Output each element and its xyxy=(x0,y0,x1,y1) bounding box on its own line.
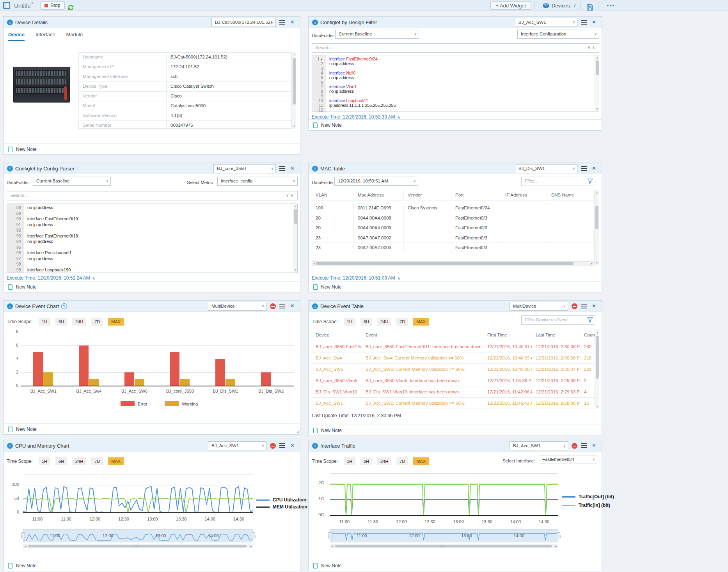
close-icon[interactable]: ✕ xyxy=(290,165,295,171)
device-selector-dropdown[interactable]: BJ_Acc_SW1∨ xyxy=(208,441,266,450)
config-code-viewer[interactable]: ▲▼1▼interface FastEthernet0/242 no ip ad… xyxy=(312,55,599,112)
info-icon[interactable]: i xyxy=(7,19,13,25)
filter-input[interactable]: Filter... xyxy=(521,177,595,186)
column-header[interactable]: IP Address xyxy=(501,190,547,200)
device-selector-dropdown[interactable]: BJ_Dis_SW1∨ xyxy=(515,164,577,173)
new-note-button[interactable]: New Note xyxy=(16,284,37,290)
time-scope-6h[interactable]: 6H xyxy=(55,318,67,326)
collapse-caret-icon[interactable]: ∧ xyxy=(397,115,400,119)
code-scrollbar[interactable]: ▲▼ xyxy=(293,204,297,273)
edit-pencil-icon[interactable]: ✎ xyxy=(61,303,67,309)
table-scrollbar[interactable]: ▲▼ xyxy=(291,52,296,129)
select-metric-dropdown[interactable]: interface_config∨ xyxy=(217,177,298,186)
widget-menu-icon[interactable] xyxy=(279,20,285,25)
save-icon[interactable] xyxy=(586,2,593,13)
table-hscrollbar[interactable]: ◀▶ xyxy=(312,261,594,266)
select-interface-dropdown[interactable]: FastEthernet0/4∨ xyxy=(539,455,597,464)
widget-menu-icon[interactable] xyxy=(581,20,587,25)
device-selector-dropdown[interactable]: MultiDevice∨ xyxy=(510,302,568,311)
time-scope-max[interactable]: MAX xyxy=(413,318,429,326)
time-scope-7d[interactable]: 7D xyxy=(396,318,408,326)
time-scope-1h[interactable]: 1H xyxy=(39,318,50,326)
info-icon[interactable]: i xyxy=(312,443,318,449)
brush-handle-left[interactable]: ❘❘ xyxy=(21,532,25,539)
code-scrollbar[interactable]: ▲▼ xyxy=(595,55,599,112)
new-note-button[interactable]: New Note xyxy=(16,147,37,152)
device-selector-dropdown[interactable]: BJ-Cat-5000(172.24.101.52)∨ xyxy=(211,18,276,27)
device-selector-dropdown[interactable]: BJ_core_3550∨ xyxy=(213,164,276,173)
time-scope-7d[interactable]: 7D xyxy=(91,318,103,326)
brush-handle-left[interactable]: ❘❘ xyxy=(328,532,332,539)
new-note-button[interactable]: New Note xyxy=(321,122,342,128)
new-note-button[interactable]: New Note xyxy=(16,427,37,432)
column-header[interactable]: Count xyxy=(580,330,595,341)
collapse-caret-icon[interactable]: ∧ xyxy=(397,276,400,280)
stop-monitor-icon[interactable] xyxy=(572,443,577,449)
new-note-button[interactable]: New Note xyxy=(321,284,342,290)
device-selector-dropdown[interactable]: MultiDevice∨ xyxy=(208,302,266,311)
tab-interface[interactable]: Interface xyxy=(36,32,55,41)
table-row[interactable]: 2300A7.00A7.0003FastEthernet0/3 xyxy=(312,243,594,253)
close-icon[interactable]: ✕ xyxy=(592,303,596,309)
time-scope-1h[interactable]: 1H xyxy=(344,318,355,326)
stop-button[interactable]: Stop xyxy=(40,1,65,10)
config-code-viewer[interactable]: ▲▼88 no ip address8990interface FastEthe… xyxy=(7,204,298,273)
column-header[interactable]: DNS Name xyxy=(547,190,593,200)
widget-menu-icon[interactable] xyxy=(279,304,285,308)
time-scope-24h[interactable]: 24H xyxy=(72,457,86,465)
datafolder-dropdown[interactable]: 12/20/2016, 10:50:51 AM∨ xyxy=(334,177,418,186)
stop-monitor-icon[interactable] xyxy=(270,443,276,449)
filter-funnel-icon[interactable] xyxy=(587,179,593,186)
time-scope-max[interactable]: MAX xyxy=(413,457,429,465)
time-scope-6h[interactable]: 6H xyxy=(360,318,372,326)
config-filter-dropdown[interactable]: Interface Configuration∨ xyxy=(517,30,599,39)
stop-monitor-icon[interactable] xyxy=(270,303,276,309)
widget-menu-icon[interactable] xyxy=(581,443,587,448)
search-input[interactable]: Search... ∨∧ xyxy=(312,43,599,53)
column-header[interactable]: First Time xyxy=(483,330,532,341)
time-scope-24h[interactable]: 24H xyxy=(72,318,86,326)
widget-menu-icon[interactable] xyxy=(279,443,285,448)
time-scope-6h[interactable]: 6H xyxy=(360,457,372,465)
close-icon[interactable]: ✕ xyxy=(592,19,596,25)
time-scope-7d[interactable]: 7D xyxy=(91,457,103,465)
tab-device[interactable]: Device xyxy=(8,32,25,41)
column-header[interactable]: Last Time xyxy=(532,330,580,341)
resize-handle[interactable]: ◢ xyxy=(296,429,299,434)
stop-monitor-icon[interactable] xyxy=(572,303,577,309)
time-scope-1h[interactable]: 1H xyxy=(39,457,50,465)
more-menu-button[interactable]: ••• xyxy=(607,0,615,11)
collapse-toggle-icon[interactable]: ▼ xyxy=(320,58,323,61)
column-header[interactable]: Mac Address xyxy=(354,190,404,200)
column-header[interactable]: Device xyxy=(312,330,362,341)
event-row[interactable]: BJ_Acc_SW6BJ_Acc_SW6: Current Memory uti… xyxy=(312,364,595,375)
new-note-button[interactable]: New Note xyxy=(321,428,342,433)
event-row[interactable]: BJ_Dis_SW1.Vlan10BJ_Dis_SW1.Vlan10: Inte… xyxy=(312,386,595,398)
new-note-button[interactable]: New Note xyxy=(321,563,342,568)
collapse-caret-icon[interactable]: ∧ xyxy=(92,276,95,280)
close-icon[interactable]: ✕ xyxy=(592,165,596,171)
close-icon[interactable]: ✕ xyxy=(290,303,295,309)
table-vscrollbar[interactable]: ▲▼ xyxy=(594,190,599,266)
event-row[interactable]: BJ_Acc_SW1BJ_Acc_SW1: Current Memory uti… xyxy=(312,398,595,409)
time-scope-6h[interactable]: 6H xyxy=(55,457,67,465)
brush-handle-right[interactable]: ❘❘ xyxy=(557,532,560,539)
info-icon[interactable]: i xyxy=(7,443,13,449)
info-icon[interactable]: i xyxy=(312,19,318,25)
close-icon[interactable]: ✕ xyxy=(290,443,295,448)
datafolder-dropdown[interactable]: Current Baseline∨ xyxy=(33,177,111,186)
table-row[interactable]: 2000A4.00A4.0009FastEthernet0/3 xyxy=(312,223,594,233)
devices-button[interactable]: Devices: 7 xyxy=(543,0,576,11)
time-scope-max[interactable]: MAX xyxy=(108,457,124,465)
close-icon[interactable]: ✕ xyxy=(290,19,295,25)
column-header[interactable]: Vendor xyxy=(404,190,451,200)
info-icon[interactable]: i xyxy=(312,303,318,309)
device-selector-dropdown[interactable]: BJ_Acc_SW1∨ xyxy=(510,441,568,450)
search-input[interactable]: Search... ∨∧ xyxy=(7,191,298,200)
filter-input[interactable]: Filter Device or Event xyxy=(521,315,595,325)
search-nav-icons[interactable]: ∨∧ xyxy=(286,193,295,197)
table-row[interactable]: 1000011.214E.D695Cisco SystemsFastEthern… xyxy=(312,203,594,213)
time-scope-24h[interactable]: 24H xyxy=(377,318,391,326)
search-nav-icons[interactable]: ∨∧ xyxy=(588,45,597,50)
time-scope-24h[interactable]: 24H xyxy=(377,457,391,465)
